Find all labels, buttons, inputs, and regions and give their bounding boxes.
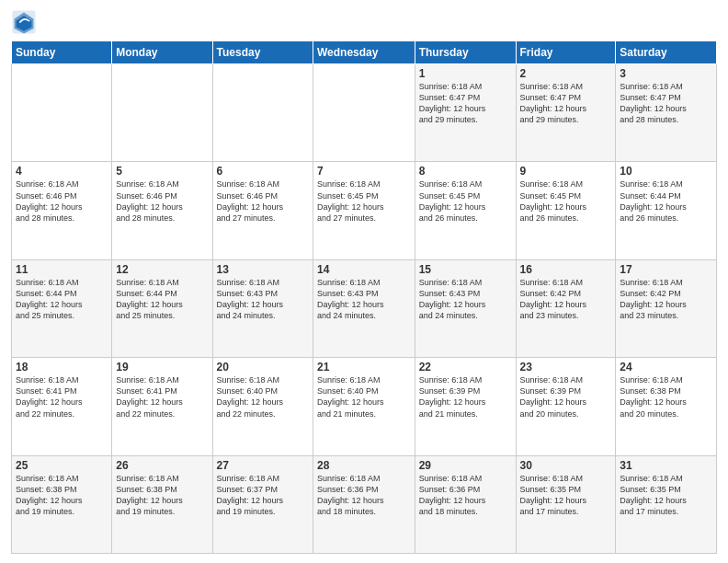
weekday-header: Wednesday xyxy=(313,41,415,64)
day-info: Sunrise: 6:18 AM Sunset: 6:42 PM Dayligh… xyxy=(520,277,612,322)
weekday-header: Monday xyxy=(112,41,212,64)
day-number: 29 xyxy=(419,459,512,472)
calendar-cell: 24Sunrise: 6:18 AM Sunset: 6:38 PM Dayli… xyxy=(616,358,717,455)
day-number: 18 xyxy=(16,361,108,373)
day-info: Sunrise: 6:18 AM Sunset: 6:44 PM Dayligh… xyxy=(620,178,712,224)
day-number: 20 xyxy=(217,361,309,373)
day-number: 17 xyxy=(620,263,712,276)
calendar-cell: 12Sunrise: 6:18 AM Sunset: 6:44 PM Dayli… xyxy=(112,259,212,357)
day-info: Sunrise: 6:18 AM Sunset: 6:38 PM Dayligh… xyxy=(116,473,208,518)
calendar-cell: 21Sunrise: 6:18 AM Sunset: 6:40 PM Dayli… xyxy=(313,358,415,455)
day-info: Sunrise: 6:18 AM Sunset: 6:41 PM Dayligh… xyxy=(16,374,108,419)
calendar-week-row: 18Sunrise: 6:18 AM Sunset: 6:41 PM Dayli… xyxy=(12,358,717,455)
day-number: 25 xyxy=(16,459,108,472)
calendar-cell: 13Sunrise: 6:18 AM Sunset: 6:43 PM Dayli… xyxy=(212,259,313,357)
calendar-cell xyxy=(12,64,112,162)
calendar-cell: 14Sunrise: 6:18 AM Sunset: 6:43 PM Dayli… xyxy=(313,259,415,357)
day-number: 11 xyxy=(16,263,108,276)
day-number: 24 xyxy=(620,361,712,373)
calendar-cell: 8Sunrise: 6:18 AM Sunset: 6:45 PM Daylig… xyxy=(415,162,516,259)
calendar-cell xyxy=(212,64,313,162)
weekday-header-row: SundayMondayTuesdayWednesdayThursdayFrid… xyxy=(12,41,717,64)
calendar-cell: 10Sunrise: 6:18 AM Sunset: 6:44 PM Dayli… xyxy=(616,162,717,259)
day-number: 23 xyxy=(520,361,612,373)
weekday-header: Thursday xyxy=(415,41,516,64)
weekday-header: Tuesday xyxy=(212,41,313,64)
day-number: 19 xyxy=(116,361,208,373)
day-info: Sunrise: 6:18 AM Sunset: 6:46 PM Dayligh… xyxy=(116,178,208,224)
calendar-cell: 19Sunrise: 6:18 AM Sunset: 6:41 PM Dayli… xyxy=(112,358,212,455)
day-info: Sunrise: 6:18 AM Sunset: 6:37 PM Dayligh… xyxy=(217,473,309,518)
day-info: Sunrise: 6:18 AM Sunset: 6:43 PM Dayligh… xyxy=(217,277,309,322)
day-number: 5 xyxy=(116,165,208,178)
day-info: Sunrise: 6:18 AM Sunset: 6:46 PM Dayligh… xyxy=(16,178,108,224)
day-number: 2 xyxy=(520,67,612,80)
weekday-header: Saturday xyxy=(616,41,717,64)
weekday-header: Sunday xyxy=(12,41,112,64)
day-info: Sunrise: 6:18 AM Sunset: 6:44 PM Dayligh… xyxy=(16,277,108,322)
calendar-cell: 29Sunrise: 6:18 AM Sunset: 6:36 PM Dayli… xyxy=(415,455,516,553)
calendar-week-row: 11Sunrise: 6:18 AM Sunset: 6:44 PM Dayli… xyxy=(12,259,717,357)
day-info: Sunrise: 6:18 AM Sunset: 6:46 PM Dayligh… xyxy=(217,178,309,224)
calendar-cell: 6Sunrise: 6:18 AM Sunset: 6:46 PM Daylig… xyxy=(212,162,313,259)
day-number: 26 xyxy=(116,459,208,472)
calendar-cell: 4Sunrise: 6:18 AM Sunset: 6:46 PM Daylig… xyxy=(12,162,112,259)
day-info: Sunrise: 6:18 AM Sunset: 6:38 PM Dayligh… xyxy=(620,374,712,419)
day-info: Sunrise: 6:18 AM Sunset: 6:47 PM Dayligh… xyxy=(419,81,512,126)
day-number: 14 xyxy=(317,263,411,276)
day-info: Sunrise: 6:18 AM Sunset: 6:47 PM Dayligh… xyxy=(620,81,712,126)
calendar-cell: 30Sunrise: 6:18 AM Sunset: 6:35 PM Dayli… xyxy=(516,455,616,553)
day-info: Sunrise: 6:18 AM Sunset: 6:47 PM Dayligh… xyxy=(520,81,612,126)
day-info: Sunrise: 6:18 AM Sunset: 6:39 PM Dayligh… xyxy=(520,374,612,419)
calendar-cell: 23Sunrise: 6:18 AM Sunset: 6:39 PM Dayli… xyxy=(516,358,616,455)
day-number: 7 xyxy=(317,165,411,178)
header xyxy=(11,9,717,35)
logo-icon xyxy=(11,9,37,35)
calendar-cell: 31Sunrise: 6:18 AM Sunset: 6:35 PM Dayli… xyxy=(616,455,717,553)
weekday-header: Friday xyxy=(516,41,616,64)
calendar-cell: 5Sunrise: 6:18 AM Sunset: 6:46 PM Daylig… xyxy=(112,162,212,259)
calendar-cell: 25Sunrise: 6:18 AM Sunset: 6:38 PM Dayli… xyxy=(12,455,112,553)
calendar-table: SundayMondayTuesdayWednesdayThursdayFrid… xyxy=(11,40,717,554)
day-number: 30 xyxy=(520,459,612,472)
day-number: 15 xyxy=(419,263,512,276)
day-number: 4 xyxy=(16,165,108,178)
day-number: 10 xyxy=(620,165,712,178)
calendar-cell: 7Sunrise: 6:18 AM Sunset: 6:45 PM Daylig… xyxy=(313,162,415,259)
calendar-cell: 26Sunrise: 6:18 AM Sunset: 6:38 PM Dayli… xyxy=(112,455,212,553)
calendar-cell: 17Sunrise: 6:18 AM Sunset: 6:42 PM Dayli… xyxy=(616,259,717,357)
calendar-cell: 9Sunrise: 6:18 AM Sunset: 6:45 PM Daylig… xyxy=(516,162,616,259)
calendar-cell: 2Sunrise: 6:18 AM Sunset: 6:47 PM Daylig… xyxy=(516,64,616,162)
calendar-week-row: 25Sunrise: 6:18 AM Sunset: 6:38 PM Dayli… xyxy=(12,455,717,553)
day-info: Sunrise: 6:18 AM Sunset: 6:39 PM Dayligh… xyxy=(419,374,512,419)
day-number: 6 xyxy=(217,165,309,178)
day-info: Sunrise: 6:18 AM Sunset: 6:36 PM Dayligh… xyxy=(419,473,512,518)
calendar-cell: 20Sunrise: 6:18 AM Sunset: 6:40 PM Dayli… xyxy=(212,358,313,455)
day-number: 28 xyxy=(317,459,411,472)
calendar-week-row: 1Sunrise: 6:18 AM Sunset: 6:47 PM Daylig… xyxy=(12,64,717,162)
day-number: 9 xyxy=(520,165,612,178)
day-info: Sunrise: 6:18 AM Sunset: 6:41 PM Dayligh… xyxy=(116,374,208,419)
calendar-cell: 22Sunrise: 6:18 AM Sunset: 6:39 PM Dayli… xyxy=(415,358,516,455)
day-number: 21 xyxy=(317,361,411,373)
day-number: 3 xyxy=(620,67,712,80)
calendar-cell xyxy=(313,64,415,162)
day-info: Sunrise: 6:18 AM Sunset: 6:40 PM Dayligh… xyxy=(317,374,411,419)
day-info: Sunrise: 6:18 AM Sunset: 6:42 PM Dayligh… xyxy=(620,277,712,322)
calendar-week-row: 4Sunrise: 6:18 AM Sunset: 6:46 PM Daylig… xyxy=(12,162,717,259)
day-info: Sunrise: 6:18 AM Sunset: 6:40 PM Dayligh… xyxy=(217,374,309,419)
calendar-cell: 1Sunrise: 6:18 AM Sunset: 6:47 PM Daylig… xyxy=(415,64,516,162)
day-info: Sunrise: 6:18 AM Sunset: 6:38 PM Dayligh… xyxy=(16,473,108,518)
calendar-cell: 28Sunrise: 6:18 AM Sunset: 6:36 PM Dayli… xyxy=(313,455,415,553)
day-info: Sunrise: 6:18 AM Sunset: 6:43 PM Dayligh… xyxy=(419,277,512,322)
day-number: 13 xyxy=(217,263,309,276)
calendar-cell: 27Sunrise: 6:18 AM Sunset: 6:37 PM Dayli… xyxy=(212,455,313,553)
day-info: Sunrise: 6:18 AM Sunset: 6:45 PM Dayligh… xyxy=(419,178,512,224)
day-info: Sunrise: 6:18 AM Sunset: 6:35 PM Dayligh… xyxy=(620,473,712,518)
day-number: 16 xyxy=(520,263,612,276)
day-number: 12 xyxy=(116,263,208,276)
calendar-cell: 15Sunrise: 6:18 AM Sunset: 6:43 PM Dayli… xyxy=(415,259,516,357)
day-number: 22 xyxy=(419,361,512,373)
calendar-cell: 11Sunrise: 6:18 AM Sunset: 6:44 PM Dayli… xyxy=(12,259,112,357)
day-info: Sunrise: 6:18 AM Sunset: 6:36 PM Dayligh… xyxy=(317,473,411,518)
